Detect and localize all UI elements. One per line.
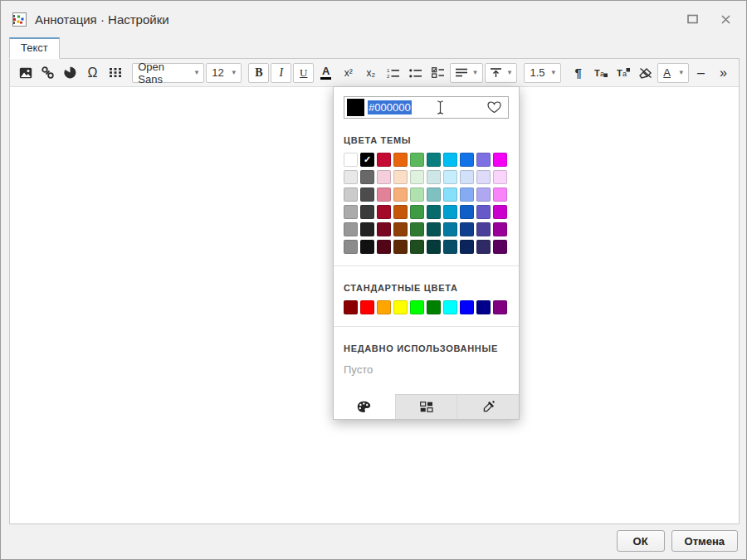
color-swatch[interactable] — [377, 205, 391, 219]
cancel-button[interactable]: Отмена — [671, 530, 738, 552]
close-button[interactable] — [718, 12, 733, 27]
color-swatch[interactable] — [410, 153, 424, 167]
color-swatch[interactable] — [360, 222, 374, 236]
superscript-button[interactable]: x² — [338, 62, 359, 83]
checklist-button[interactable] — [427, 62, 448, 83]
color-swatch[interactable] — [493, 222, 507, 236]
color-swatch[interactable] — [360, 300, 374, 314]
color-swatch[interactable] — [410, 300, 424, 314]
color-swatch[interactable] — [393, 153, 408, 167]
color-swatch[interactable]: ✓ — [360, 153, 374, 167]
color-swatch[interactable] — [460, 170, 474, 184]
subscript-button[interactable]: x₂ — [360, 62, 381, 83]
color-swatch[interactable] — [344, 170, 358, 184]
color-swatch[interactable] — [377, 153, 391, 167]
color-swatch[interactable] — [427, 222, 441, 236]
color-swatch[interactable] — [460, 205, 474, 219]
color-swatch[interactable] — [410, 222, 424, 236]
color-swatch[interactable] — [460, 187, 474, 202]
special-character-button[interactable]: Ω — [82, 62, 103, 83]
color-swatch[interactable] — [344, 300, 358, 314]
color-swatch[interactable] — [443, 187, 457, 202]
color-swatch[interactable] — [377, 222, 391, 236]
clear-formatting-button[interactable] — [635, 62, 656, 83]
color-swatch[interactable] — [476, 170, 491, 184]
color-swatch[interactable] — [493, 205, 507, 219]
color-swatch[interactable] — [344, 205, 358, 219]
color-swatch[interactable] — [427, 205, 441, 219]
vertical-align-select[interactable]: ▾ — [485, 63, 517, 83]
color-swatch[interactable] — [344, 240, 358, 254]
color-swatch[interactable] — [443, 300, 457, 314]
color-swatch[interactable] — [360, 187, 374, 202]
color-swatch[interactable] — [443, 205, 457, 219]
insert-link-button[interactable] — [37, 62, 58, 83]
color-swatch[interactable] — [460, 300, 474, 314]
ok-button[interactable]: ОК — [617, 530, 665, 552]
color-swatch[interactable] — [493, 187, 507, 202]
tab-palette[interactable] — [334, 394, 395, 419]
color-swatch[interactable] — [476, 300, 491, 314]
text-transform-button-1[interactable]: T a — [590, 62, 611, 83]
color-swatch[interactable] — [476, 222, 491, 236]
color-swatch[interactable] — [493, 300, 507, 314]
color-swatch[interactable] — [427, 153, 441, 167]
color-swatch[interactable] — [344, 153, 358, 167]
color-swatch[interactable] — [393, 222, 408, 236]
color-swatch[interactable] — [460, 153, 474, 167]
collapse-toolbar-button[interactable]: – — [691, 62, 711, 83]
color-swatch[interactable] — [476, 153, 491, 167]
color-swatch[interactable] — [493, 170, 507, 184]
maximize-button[interactable] — [685, 12, 700, 27]
insert-chart-button[interactable] — [60, 62, 81, 83]
paragraph-marks-button[interactable]: ¶ — [568, 62, 588, 83]
color-swatch[interactable] — [360, 205, 374, 219]
color-swatch[interactable] — [377, 187, 391, 202]
color-swatch[interactable] — [427, 300, 441, 314]
favorite-heart-icon[interactable] — [487, 101, 501, 114]
color-swatch[interactable] — [393, 205, 408, 219]
tab-swatches[interactable] — [395, 394, 457, 419]
line-height-select[interactable]: 1.5 ▾ — [524, 63, 561, 83]
insert-image-button[interactable] — [15, 62, 36, 83]
color-swatch[interactable] — [377, 240, 391, 254]
font-size-select[interactable]: 12 ▾ — [206, 63, 242, 83]
align-select[interactable]: ▾ — [450, 63, 482, 83]
tab-text[interactable]: Текст — [9, 37, 60, 59]
text-transform-button-2[interactable]: T a — [613, 62, 633, 83]
color-swatch[interactable] — [393, 300, 408, 314]
more-tools-button[interactable]: » — [713, 62, 734, 83]
tab-eyedropper[interactable] — [456, 394, 519, 419]
color-swatch[interactable] — [493, 240, 507, 254]
color-swatch[interactable] — [377, 170, 391, 184]
color-swatch[interactable] — [443, 170, 457, 184]
color-swatch[interactable] — [427, 170, 441, 184]
color-swatch[interactable] — [443, 153, 457, 167]
color-swatch[interactable] — [410, 205, 424, 219]
color-swatch[interactable] — [443, 222, 457, 236]
color-swatch[interactable] — [460, 240, 474, 254]
color-swatch[interactable] — [427, 240, 441, 254]
color-swatch[interactable] — [410, 240, 424, 254]
color-swatch[interactable] — [360, 240, 374, 254]
color-swatch[interactable] — [344, 222, 358, 236]
font-color-button[interactable]: A — [315, 62, 336, 83]
color-swatch[interactable] — [377, 300, 391, 314]
color-swatch[interactable] — [344, 187, 358, 202]
color-swatch[interactable] — [393, 187, 408, 202]
color-swatch[interactable] — [410, 187, 424, 202]
text-color-select[interactable]: A ▾ — [657, 63, 689, 83]
bold-button[interactable]: B — [248, 63, 269, 83]
color-swatch[interactable] — [427, 187, 441, 202]
color-swatch[interactable] — [460, 222, 474, 236]
color-swatch[interactable] — [476, 205, 491, 219]
color-swatch[interactable] — [393, 240, 408, 254]
unordered-list-button[interactable] — [405, 62, 426, 83]
hex-input[interactable]: #000000 — [344, 96, 509, 119]
color-swatch[interactable] — [393, 170, 408, 184]
insert-table-button[interactable] — [105, 62, 125, 83]
italic-button[interactable]: I — [271, 63, 291, 83]
color-swatch[interactable] — [476, 240, 491, 254]
color-swatch[interactable] — [360, 170, 374, 184]
color-swatch[interactable] — [443, 240, 457, 254]
